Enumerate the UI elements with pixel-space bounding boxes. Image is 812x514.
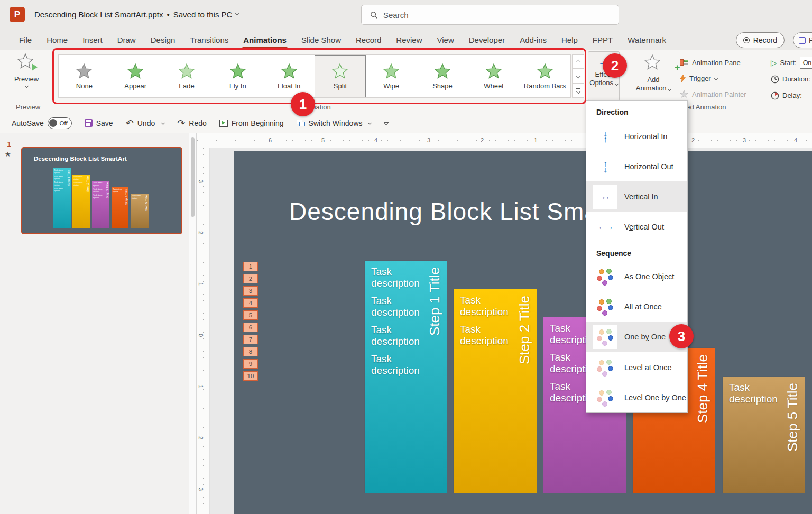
add-animation-button[interactable]: + Add Animation	[632, 53, 675, 100]
horizontal-ruler: 6 5 4 3 2 1 0 1 2 3 4	[197, 133, 812, 148]
animation-fade[interactable]: Fade	[161, 55, 213, 97]
animation-order-tag[interactable]: 9	[243, 359, 258, 369]
start-value-dropdown[interactable]: On	[800, 57, 812, 69]
tab-help[interactable]: Help	[554, 31, 585, 50]
tab-slide-show[interactable]: Slide Show	[294, 31, 348, 50]
tab-insert[interactable]: Insert	[75, 31, 110, 50]
thumbnail-panel-scrollbar[interactable]	[189, 133, 196, 514]
annotation-badge-1: 1	[291, 92, 315, 116]
preview-button[interactable]: Preview	[10, 53, 43, 100]
document-title[interactable]: Descending Block List SmartArt.pptx • Sa…	[34, 10, 238, 19]
animation-random-bars[interactable]: Random Bars	[519, 55, 570, 97]
menu-item-as-one-object[interactable]: As One Object	[586, 261, 687, 291]
redo-button[interactable]: ↷ Redo	[177, 119, 207, 127]
animation-painter-label: Animation Painter	[692, 90, 746, 98]
tab-file[interactable]: File	[12, 31, 39, 50]
tab-add-ins[interactable]: Add-ins	[512, 31, 554, 50]
slide-canvas[interactable]: Descending Block List SmartArt 1 2 3 4 5…	[234, 151, 812, 514]
add-animation-label-2: Animation	[636, 84, 667, 92]
animation-painter-button[interactable]: Animation Painter	[680, 86, 770, 102]
animation-order-tag[interactable]: 8	[243, 347, 258, 356]
slide-1-thumbnail[interactable]: Descending Block List SmartArt Task desc…	[21, 147, 182, 234]
vertical-in-icon: →←	[598, 192, 613, 201]
slide-thumbnail-panel: 1 ★ Descending Block List SmartArt Task …	[0, 133, 197, 514]
tab-developer[interactable]: Developer	[462, 31, 512, 50]
animation-shape[interactable]: Shape	[417, 55, 468, 97]
undo-button[interactable]: ↶ Undo	[126, 119, 165, 127]
search-input[interactable]: Search	[361, 5, 619, 25]
tab-design[interactable]: Design	[143, 31, 183, 50]
animation-order-tag[interactable]: 5	[243, 310, 258, 320]
present-button[interactable]: P	[793, 32, 812, 48]
animation-split[interactable]: Split	[315, 55, 366, 97]
tab-home[interactable]: Home	[39, 31, 75, 50]
animation-order-tag[interactable]: 4	[243, 298, 258, 308]
duration-setting: Duration:	[771, 71, 812, 87]
tab-view[interactable]: View	[430, 31, 462, 50]
animation-wipe[interactable]: Wipe	[366, 55, 417, 97]
tab-draw[interactable]: Draw	[110, 31, 143, 50]
animation-pane-icon	[680, 59, 688, 66]
animation-gallery: None Appear Fade ↑ Fly In ↑ Float In	[58, 54, 571, 98]
redo-icon: ↷	[177, 119, 185, 127]
switch-windows-button[interactable]: Switch Windows	[297, 119, 371, 127]
gallery-scroll-down-button[interactable]	[572, 69, 584, 83]
record-button[interactable]: Record	[736, 32, 785, 48]
step-title: Step 2 Title	[516, 296, 533, 364]
animation-order-tag[interactable]: 1	[243, 262, 258, 271]
menu-item-vertical-in[interactable]: →← Vertical In	[586, 181, 687, 212]
toggle-off-icon[interactable]: Off	[48, 117, 72, 129]
level-one-by-one-icon	[597, 390, 614, 406]
document-name: Descending Block List SmartArt.pptx	[34, 10, 163, 19]
save-icon	[85, 119, 93, 127]
toolbar-overflow-button[interactable]	[384, 122, 389, 125]
powerpoint-logo-icon[interactable]: P	[10, 7, 25, 22]
animation-painter-icon	[680, 90, 688, 98]
autosave-toggle[interactable]: AutoSave Off	[12, 117, 72, 129]
random-bars-star-icon	[537, 63, 553, 80]
annotation-badge-2: 2	[603, 53, 627, 78]
tab-record[interactable]: Record	[348, 31, 389, 50]
tab-watermark[interactable]: Watermark	[620, 31, 673, 50]
save-button[interactable]: Save	[85, 119, 113, 127]
trigger-button[interactable]: Trigger	[680, 70, 770, 86]
menu-item-vertical-out[interactable]: ←→ Vertical Out	[586, 212, 687, 242]
menu-item-level-at-once[interactable]: Level at Once	[586, 352, 687, 382]
menu-item-horizontal-out[interactable]: ↑↓ Horizontal Out	[586, 151, 687, 181]
menu-item-horizontal-in[interactable]: ↓↑ Horizontal In	[586, 121, 687, 151]
animation-float-in[interactable]: ↑ Float In	[263, 55, 315, 97]
tab-review[interactable]: Review	[389, 31, 429, 50]
tab-fppt[interactable]: FPPT	[585, 31, 620, 50]
effect-options-menu: Direction ↓↑ Horizontal In ↑↓ Horizontal…	[586, 100, 688, 413]
animation-none[interactable]: None	[59, 55, 110, 97]
delay-clock-icon	[771, 91, 779, 100]
menu-item-all-at-once[interactable]: All at Once	[586, 291, 687, 322]
chevron-down-icon[interactable]	[161, 121, 165, 125]
from-beginning-button[interactable]: From Beginning	[219, 119, 284, 127]
task-description: Task description	[371, 353, 426, 377]
switch-windows-icon	[297, 120, 305, 127]
animation-order-tag[interactable]: 7	[243, 335, 258, 344]
animation-fly-in[interactable]: ↑ Fly In	[212, 55, 263, 97]
plus-icon: +	[675, 62, 680, 74]
animation-order-tag[interactable]: 10	[243, 371, 258, 381]
gallery-scroll-up-button[interactable]	[572, 54, 584, 69]
animation-order-tag[interactable]: 3	[243, 286, 258, 296]
smartart-block-step-5[interactable]: Task description Step 5 Title	[723, 377, 805, 493]
direction-header: Direction	[596, 108, 629, 116]
preview-group-label: Preview	[16, 103, 40, 111]
gallery-more-button[interactable]	[572, 84, 584, 98]
animation-pane-button[interactable]: Animation Pane	[680, 54, 770, 70]
shape-star-icon	[434, 63, 451, 80]
animation-wheel[interactable]: Wheel	[468, 55, 519, 97]
tab-animations[interactable]: Animations	[236, 31, 294, 50]
tab-transitions[interactable]: Transitions	[182, 31, 236, 50]
task-description: Task description	[371, 266, 426, 289]
smartart-block-step-1[interactable]: Task description Task description Task d…	[365, 261, 447, 493]
animation-order-tag[interactable]: 2	[243, 274, 258, 283]
smartart-block-step-2[interactable]: Task description Task description Step 2…	[454, 289, 537, 493]
animation-order-tag[interactable]: 6	[243, 323, 258, 332]
menu-item-level-one-by-one[interactable]: Level One by One	[586, 382, 687, 412]
animation-appear[interactable]: Appear	[110, 55, 161, 97]
powerpoint-window: P Descending Block List SmartArt.pptx • …	[0, 0, 812, 514]
